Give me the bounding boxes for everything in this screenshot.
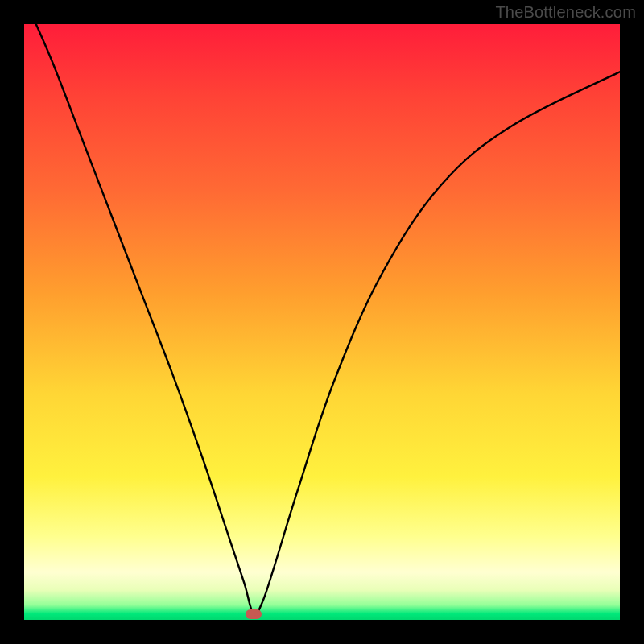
bottleneck-curve (24, 24, 620, 620)
plot-area (24, 24, 620, 620)
chart-frame: TheBottleneck.com (0, 0, 644, 644)
minimum-marker (246, 609, 262, 619)
watermark-label: TheBottleneck.com (495, 3, 636, 22)
